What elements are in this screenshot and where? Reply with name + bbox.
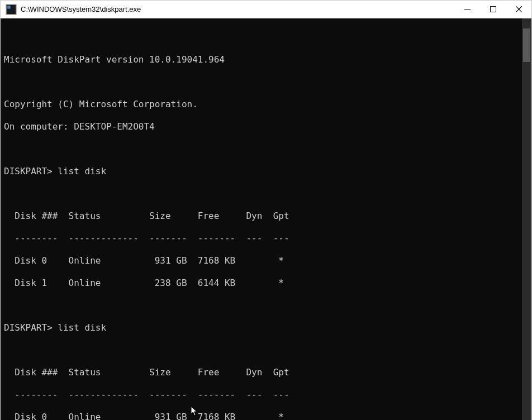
diskpart-window: C:\WINDOWS\system32\diskpart.exe Microso…	[0, 0, 532, 420]
table-header: Disk ### Status Size Free Dyn Gpt	[4, 367, 519, 378]
client-area: Microsoft DiskPart version 10.0.19041.96…	[1, 18, 531, 420]
version-line: Microsoft DiskPart version 10.0.19041.96…	[4, 54, 519, 65]
prompt: DISKPART>	[4, 322, 53, 333]
cmd-list-disk: list disk	[58, 322, 106, 333]
maximize-button[interactable]	[480, 1, 506, 18]
copyright-line: Copyright (C) Microsoft Corporation.	[4, 99, 519, 110]
prompt-line: DISKPART> list disk	[4, 166, 519, 177]
svg-rect-3	[490, 7, 496, 12]
app-icon	[5, 3, 17, 16]
table-row: Disk 0 Online 931 GB 7168 KB *	[4, 412, 519, 420]
table-divider: -------- ------------- ------- ------- -…	[4, 233, 519, 244]
prompt: DISKPART>	[4, 166, 53, 176]
scrollbar-thumb[interactable]	[523, 28, 530, 62]
window-title: C:\WINDOWS\system32\diskpart.exe	[21, 1, 454, 18]
table-row: Disk 1 Online 238 GB 6144 KB *	[4, 278, 519, 289]
svg-rect-1	[7, 6, 11, 9]
window-controls	[454, 1, 531, 18]
table-divider: -------- ------------- ------- ------- -…	[4, 389, 519, 400]
minimize-button[interactable]	[454, 1, 480, 18]
table-row: Disk 0 Online 931 GB 7168 KB *	[4, 255, 519, 266]
vertical-scrollbar[interactable]	[522, 18, 531, 420]
terminal[interactable]: Microsoft DiskPart version 10.0.19041.96…	[1, 18, 522, 420]
computer-line: On computer: DESKTOP-EM2O0T4	[4, 121, 519, 132]
close-button[interactable]	[506, 1, 531, 18]
titlebar[interactable]: C:\WINDOWS\system32\diskpart.exe	[1, 1, 531, 18]
prompt-line: DISKPART> list disk	[4, 322, 519, 333]
cmd-list-disk: list disk	[58, 166, 106, 176]
table-header: Disk ### Status Size Free Dyn Gpt	[4, 211, 519, 222]
